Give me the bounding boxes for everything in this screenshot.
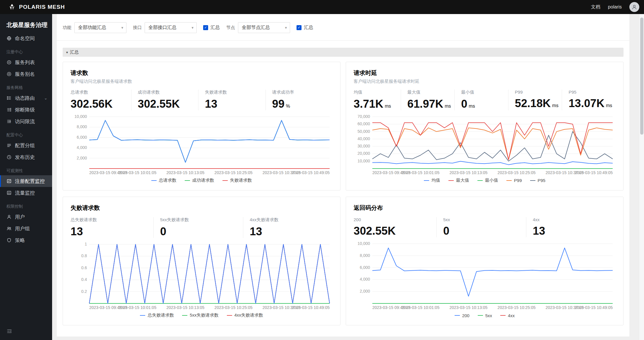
node-filter-label: 节点 — [226, 25, 235, 30]
sidebar-item-config-group[interactable]: 配置分组 — [0, 140, 52, 151]
sidebar-item-dynamic-route[interactable]: 动态路由⌄ — [0, 92, 52, 104]
stat-item: 5xx失败请求数0 — [153, 217, 243, 238]
svg-text:2023-03-15 10:13:05: 2023-03-15 10:13:05 — [449, 170, 487, 175]
sidebar-item-label: 用户组 — [15, 225, 30, 232]
stat-unit: ms — [385, 104, 391, 109]
legend-label: 总失败请求数 — [148, 312, 174, 318]
request-count-chart: 2,0004,0006,0008,00010,0002023-03-15 09:… — [71, 114, 333, 176]
interface-filter-label: 接口 — [133, 25, 142, 30]
stat-value: 302.56K — [71, 98, 131, 110]
sidebar-item-service-alias[interactable]: 服务别名 — [0, 68, 52, 80]
legend-item[interactable]: 4xx — [500, 313, 515, 318]
user-icon — [6, 214, 12, 219]
node-select-value: 全部节点汇总 — [242, 25, 270, 31]
legend-marker-icon — [227, 315, 232, 316]
sidebar-item-user[interactable]: 用户 — [0, 211, 52, 223]
legend-item[interactable]: 4xx失败请求数 — [227, 312, 263, 318]
legend-label: 成功请求数 — [192, 178, 214, 183]
user-avatar-icon — [631, 4, 637, 10]
card-request-latency: 请求时延 客户端访问北极星服务端请求时延 均值3.71Kms最大值61.97Km… — [346, 62, 624, 190]
vertical-scrollbar[interactable] — [639, 14, 644, 340]
svg-text:0.6: 0.6 — [81, 265, 87, 270]
docs-link[interactable]: 文档 — [591, 4, 600, 10]
summary-section-toggle[interactable]: ▾ 汇总 — [63, 48, 624, 57]
legend-item[interactable]: 失败请求数 — [222, 178, 252, 183]
card-return-code-distribution: 返回码分布 200302.55K5xx04xx13 2,0004,0006,00… — [346, 197, 624, 325]
checkbox-label: 汇总 — [304, 25, 313, 31]
node-summary-checkbox[interactable]: ✓ 汇总 — [297, 25, 313, 31]
legend-item[interactable]: 总失败请求数 — [140, 312, 174, 318]
svg-text:2,000: 2,000 — [77, 156, 87, 160]
sidebar-item-release-history[interactable]: 发布历史 — [0, 151, 52, 163]
card-subtitle: 客户端访问北极星服务端请求数 — [71, 79, 333, 84]
sidebar-item-rate-limit[interactable]: 访问限流 — [0, 116, 52, 127]
checkbox-label: 汇总 — [210, 25, 220, 31]
stat-unit: ms — [469, 104, 475, 109]
legend-label: 5xx失败请求数 — [190, 312, 218, 318]
svg-text:40,000: 40,000 — [357, 136, 370, 141]
interface-summary-checkbox[interactable]: ✓ 汇总 — [203, 25, 220, 31]
sidebar-item-label: 注册配置监控 — [15, 178, 45, 185]
legend-item[interactable]: 5xx失败请求数 — [182, 312, 218, 318]
sidebar-item-namespace[interactable]: 命名空间 — [0, 32, 52, 44]
chevron-down-icon: ⌄ — [44, 96, 47, 100]
sidebar-item-label: 命名空间 — [15, 35, 35, 42]
stat-unit: ms — [606, 103, 612, 108]
legend-marker-icon — [500, 315, 506, 316]
legend-item[interactable]: 均值 — [424, 178, 440, 183]
content-panel: 功能 全部功能汇总 ▾ 接口 全部接口汇总 ▾ ✓ 汇总 节点 全部节点汇总 ▾… — [57, 14, 629, 336]
sidebar-item-policy[interactable]: 策略 — [0, 234, 52, 246]
registry-monitor-icon — [6, 178, 12, 184]
sidebar-item-service-list[interactable]: 服务列表 — [0, 56, 52, 68]
legend-item[interactable]: 200 — [455, 313, 470, 318]
sidebar-item-label: 熔断降级 — [15, 107, 35, 113]
return-code-chart: 2,0004,0006,0008,00010,0002023-03-15 09:… — [354, 241, 616, 311]
legend-item[interactable]: 5xx — [478, 313, 492, 318]
avatar[interactable] — [629, 2, 639, 12]
sidebar-group-label: 可观测性 — [0, 167, 52, 175]
legend-item[interactable]: 总请求数 — [151, 178, 177, 183]
svg-text:2023-03-15 10:01:05: 2023-03-15 10:01:05 — [118, 170, 156, 175]
stats-row: 总请求数302.56K成功请求数302.55K失败请求数13请求成功率99% — [71, 90, 333, 110]
sidebar-item-circuit-breaker[interactable]: 熔断降级 — [0, 104, 52, 116]
legend-label: 4xx失败请求数 — [234, 312, 263, 318]
chevron-down-icon: ▾ — [191, 25, 193, 30]
svg-text:2023-03-15 10:01:05: 2023-03-15 10:01:05 — [401, 305, 439, 310]
sidebar-item-registry-config-monitor[interactable]: 注册配置监控 — [0, 175, 52, 187]
sidebar-item-traffic-monitor[interactable]: 流量监控 — [0, 187, 52, 199]
svg-text:4,000: 4,000 — [360, 277, 370, 281]
sidebar-group-label: 注册中心 — [0, 48, 52, 56]
node-select[interactable]: 全部节点汇总 ▾ — [238, 22, 290, 33]
username[interactable]: polaris — [608, 4, 622, 10]
svg-text:10,000: 10,000 — [357, 159, 370, 163]
legend-item[interactable]: 成功请求数 — [185, 178, 214, 183]
failed-requests-chart: 0.20.40.60.812023-03-15 09:49:052023-03-… — [71, 241, 333, 311]
topbar: POLARIS MESH 文档 polaris — [0, 0, 644, 14]
legend-marker-icon — [185, 180, 190, 181]
interface-select-value: 全部接口汇总 — [148, 25, 177, 31]
stat-unit: ms — [552, 103, 558, 108]
legend-item[interactable]: 最小值 — [477, 178, 498, 183]
legend-item[interactable]: 最大值 — [448, 178, 469, 183]
sidebar-title: 北极星服务治理 — [0, 14, 52, 32]
stat-value: 13.07Kms — [568, 97, 616, 110]
function-select-value: 全部功能汇总 — [78, 25, 106, 31]
collapse-sidebar-icon[interactable] — [0, 324, 52, 340]
legend-item[interactable]: P99 — [506, 178, 522, 183]
stat-label: 失败请求数 — [205, 90, 266, 95]
function-select[interactable]: 全部功能汇总 ▾ — [74, 22, 126, 33]
legend-item[interactable]: P95 — [530, 178, 546, 183]
sidebar-item-user-group[interactable]: 用户组 — [0, 223, 52, 234]
sidebar: 北极星服务治理 命名空间注册中心服务列表服务别名服务网格动态路由⌄熔断降级访问限… — [0, 14, 52, 340]
legend-marker-icon — [448, 180, 454, 181]
interface-select[interactable]: 全部接口汇总 ▾ — [145, 22, 197, 33]
legend-marker-icon — [222, 180, 228, 181]
stat-label: 200 — [354, 217, 436, 222]
card-title: 失败请求数 — [71, 204, 333, 212]
stat-value: 52.18Kms — [515, 97, 562, 110]
scrollbar-thumb[interactable] — [640, 18, 643, 135]
stats-row: 总失败请求数135xx失败请求数04xx失败请求数13 — [71, 217, 333, 238]
sidebar-item-label: 访问限流 — [15, 118, 35, 125]
stat-item: 成功请求数302.55K — [131, 90, 198, 110]
chart-legend: 总失败请求数5xx失败请求数4xx失败请求数 — [71, 311, 333, 318]
